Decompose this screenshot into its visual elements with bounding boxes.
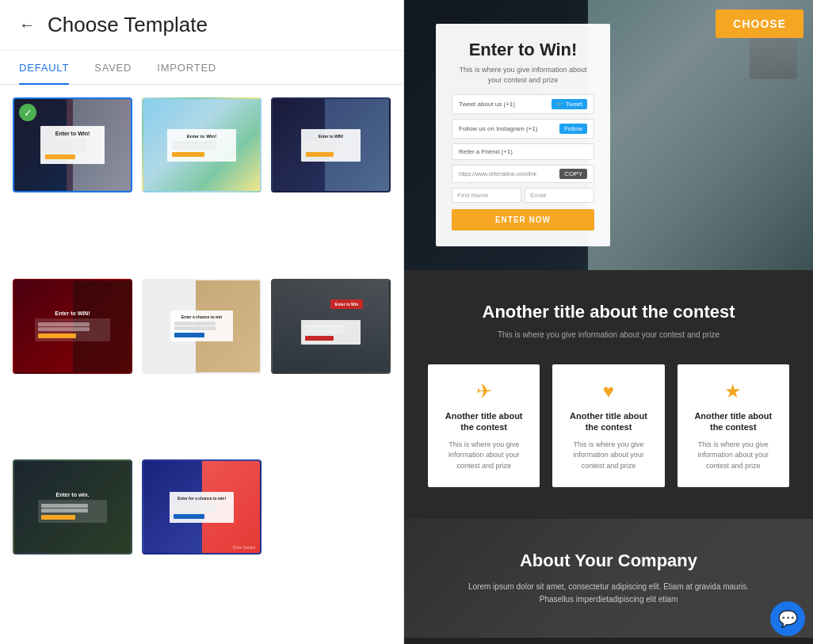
selected-check-icon: ✓ (19, 104, 36, 121)
feature-icon-2: ♥ (568, 380, 648, 402)
page-title: Choose Template (48, 13, 208, 37)
tabs-bar: DEFAULT SAVED IMPORTED (0, 51, 403, 85)
template-preview-8: Enter for a chance to win! Prize Details (143, 461, 260, 553)
template-card-2[interactable]: Enter to Win! (142, 97, 261, 192)
feature-card-1: ✈ Another title about the contest This i… (428, 364, 540, 487)
choose-button[interactable]: CHOOSE (716, 10, 803, 38)
template-card-6[interactable]: Enter to Win (271, 279, 391, 374)
features-subtitle: This is where you give information about… (428, 329, 789, 341)
tweet-label: Tweet about us (+1) (459, 101, 515, 108)
email-field[interactable]: Email (525, 188, 594, 203)
template-preview-6: Enter to Win (273, 280, 389, 372)
first-name-field[interactable]: First Name (452, 188, 521, 203)
hero-form-panel: Enter to Win! This is where you give inf… (436, 24, 610, 246)
tweet-row: Tweet about us (+1) 🐦 Tweet (452, 94, 594, 114)
template-preview-4: Enter to WIN! (14, 280, 131, 372)
preview-features-section: Another title about the contest This is … (404, 270, 813, 519)
right-panel: CHOOSE Enter to Win! This is where you g… (404, 0, 813, 644)
template-card-5[interactable]: Enter a chance to win (142, 279, 261, 374)
template-card-3[interactable]: Enter to WIN! (271, 97, 391, 192)
about-text: Lorem ipsum dolor sit amet, consectetur … (450, 581, 767, 606)
follow-button[interactable]: Follow (559, 124, 587, 134)
referral-label: Refer a Friend (+1) (459, 148, 513, 155)
template-card-7[interactable]: Enter to win. (13, 459, 132, 554)
template-preview-5: Enter a chance to win (143, 280, 260, 372)
hero-form-title: Enter to Win! (452, 40, 594, 60)
feature-card-3: ★ Another title about the contest This i… (678, 364, 789, 487)
feature-card-title-3: Another title about the contest (693, 410, 773, 433)
page-header: ← Choose Template (0, 0, 403, 51)
referral-link-row: https://www.referrallink.com/link COPY (452, 165, 594, 183)
template-card-4[interactable]: Enter to WIN! (13, 279, 132, 374)
feature-card-title-2: Another title about the contest (568, 410, 648, 433)
template-card-1[interactable]: ✓ Enter to Win! (13, 97, 132, 192)
feature-card-text-2: This is where you give information about… (568, 440, 648, 472)
tab-saved[interactable]: SAVED (94, 51, 132, 85)
referral-row: Refer a Friend (+1) (452, 143, 594, 160)
back-button[interactable]: ← (19, 16, 35, 34)
preview-about-section: About Your Company Lorem ipsum dolor sit… (404, 519, 813, 638)
follow-label: Follow us on Instagram (+1) (459, 125, 537, 132)
referral-link-text: https://www.referrallink.com/link (459, 171, 536, 177)
name-email-row: First Name Email (452, 188, 594, 203)
hero-background-image (588, 0, 813, 270)
tab-default[interactable]: DEFAULT (19, 51, 69, 85)
left-panel: ← Choose Template DEFAULT SAVED IMPORTED… (0, 0, 404, 644)
chat-widget[interactable]: 💬 (770, 601, 805, 636)
templates-grid: ✓ Enter to Win! Enter to Win! (0, 85, 403, 644)
template-card-8[interactable]: Enter for a chance to win! Prize Details (142, 459, 261, 554)
template-preview-3: Enter to WIN! (273, 99, 389, 191)
feature-card-2: ♥ Another title about the contest This i… (552, 364, 664, 487)
preview-hero-section: Enter to Win! This is where you give inf… (404, 0, 813, 270)
feature-icon-1: ✈ (444, 380, 524, 402)
tweet-button[interactable]: 🐦 Tweet (552, 99, 587, 109)
submit-button[interactable]: ENTER NOW (452, 209, 594, 231)
feature-card-text-1: This is where you give information about… (444, 440, 524, 472)
feature-icon-3: ★ (693, 380, 773, 402)
feature-card-title-1: Another title about the contest (444, 410, 524, 433)
tab-imported[interactable]: IMPORTED (157, 51, 216, 85)
follow-row: Follow us on Instagram (+1) Follow (452, 119, 594, 139)
copy-button[interactable]: COPY (559, 169, 587, 179)
preview-container[interactable]: Enter to Win! This is where you give inf… (404, 0, 813, 644)
template-preview-2: Enter to Win! (143, 99, 260, 191)
template-preview-7: Enter to win. (14, 461, 131, 553)
feature-card-text-3: This is where you give information about… (693, 440, 773, 472)
hero-form-subtitle: This is where you give information about… (452, 65, 594, 85)
features-title: Another title about the contest (428, 302, 789, 322)
about-title: About Your Company (428, 551, 789, 571)
features-cards-container: ✈ Another title about the contest This i… (428, 364, 789, 487)
